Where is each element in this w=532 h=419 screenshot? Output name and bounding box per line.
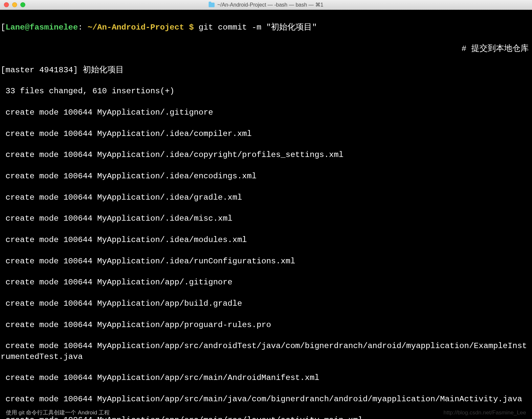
file-line: create mode 100644 MyApplication/app/.gi… bbox=[1, 277, 531, 288]
file-line: create mode 100644 MyApplication/.idea/m… bbox=[1, 213, 531, 224]
comment-line: # 提交到本地仓库 bbox=[1, 44, 531, 54]
file-line: create mode 100644 MyApplication/app/src… bbox=[1, 394, 531, 405]
prompt-path: ~/An-Android-Project $ bbox=[83, 23, 194, 32]
prompt-line: [Lane@fasminelee: ~/An-Android-Project $… bbox=[1, 22, 531, 33]
commit-summary: 33 files changed, 610 insertions(+) bbox=[1, 86, 531, 97]
file-line: create mode 100644 MyApplication/app/pro… bbox=[1, 320, 531, 330]
close-button[interactable] bbox=[4, 2, 9, 7]
file-line: create mode 100644 MyApplication/.idea/e… bbox=[1, 171, 531, 182]
titlebar-title-wrap: ~/An-Android-Project — -bash — bash — ⌘1 bbox=[209, 2, 323, 8]
window-title: ~/An-Android-Project — -bash — bash — ⌘1 bbox=[217, 2, 323, 8]
caption-overlay: 使用 git 命令行工具创建一个 Android 工程 bbox=[6, 409, 110, 416]
minimize-button[interactable] bbox=[12, 2, 17, 7]
file-line: create mode 100644 MyApplication/app/bui… bbox=[1, 298, 531, 309]
terminal-output[interactable]: [Lane@fasminelee: ~/An-Android-Project $… bbox=[0, 10, 532, 419]
window-titlebar: ~/An-Android-Project — -bash — bash — ⌘1 bbox=[0, 0, 532, 10]
file-line: create mode 100644 MyApplication/.idea/c… bbox=[1, 129, 531, 139]
prompt-command: git commit -m "初始化项目" bbox=[194, 23, 317, 32]
file-line: create mode 100644 MyApplication/.idea/r… bbox=[1, 256, 531, 267]
traffic-lights bbox=[0, 2, 25, 7]
prompt-colon: : bbox=[78, 23, 83, 32]
file-line: create mode 100644 MyApplication/app/src… bbox=[1, 341, 531, 362]
file-line: create mode 100644 MyApplication/.idea/g… bbox=[1, 192, 531, 203]
file-line: create mode 100644 MyApplication/.idea/m… bbox=[1, 235, 531, 245]
maximize-button[interactable] bbox=[20, 2, 25, 7]
folder-icon bbox=[209, 3, 214, 7]
watermark-overlay: http://blog.csdn.net/Fasmine_Lee bbox=[444, 409, 526, 416]
file-line: create mode 100644 MyApplication/app/src… bbox=[1, 373, 531, 383]
prompt-user-host: Lane@fasminelee bbox=[6, 23, 78, 32]
file-line: create mode 100644 MyApplication/.idea/c… bbox=[1, 150, 531, 160]
file-line: create mode 100644 MyApplication/.gitign… bbox=[1, 107, 531, 118]
commit-header: [master 4941834] 初始化项目 bbox=[1, 65, 531, 76]
bracket-open: [ bbox=[1, 23, 6, 32]
